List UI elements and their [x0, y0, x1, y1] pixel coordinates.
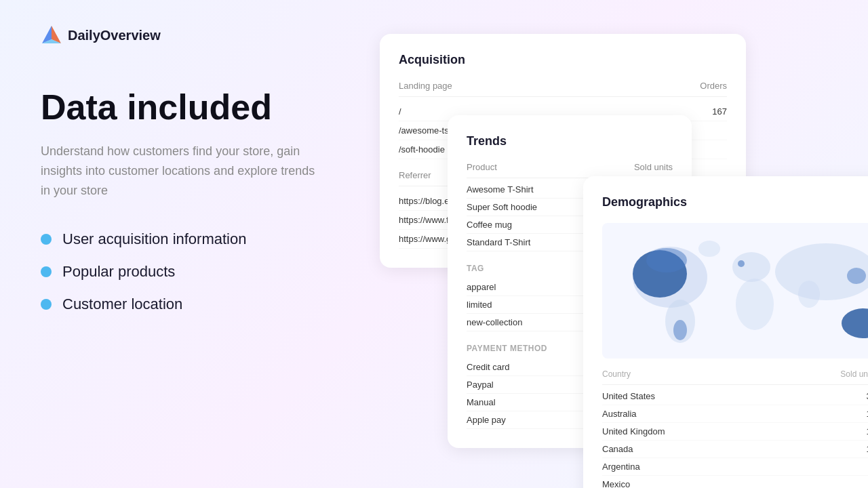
demo-row-5: Argentina 9 [602, 458, 868, 476]
product-header: Product [467, 162, 497, 172]
feature-dot-1 [41, 234, 52, 245]
country-4: Canada [602, 444, 633, 454]
demographics-card: Demographics [583, 176, 868, 488]
main-title: Data included [41, 88, 366, 127]
trends-title: Trends [467, 134, 673, 148]
landing-page-3: /soft-hoodie [399, 144, 445, 155]
country-5: Argentina [602, 462, 640, 472]
landing-page-1: / [399, 106, 401, 117]
demo-row-1: United States 37 [602, 388, 868, 405]
demo-row-4: Canada 10 [602, 441, 868, 458]
country-3: United Kingdom [602, 426, 665, 436]
svg-point-10 [698, 241, 720, 257]
demo-sold-header: Sold units [840, 369, 868, 379]
svg-point-13 [738, 260, 745, 267]
svg-point-14 [646, 248, 687, 272]
subtitle: Understand how customers find your store… [41, 142, 326, 200]
country-6: Mexico [602, 479, 630, 488]
cards-area: Acquisition Landing page Orders / 167 /a… [380, 20, 868, 488]
demographics-title: Demographics [602, 195, 868, 209]
orders-val-1: 167 [712, 106, 727, 117]
svg-point-7 [736, 279, 774, 330]
world-map [602, 223, 868, 359]
feature-item-2: Popular products [41, 263, 366, 281]
country-2: Australia [602, 409, 637, 419]
feature-dot-2 [41, 266, 52, 277]
feature-item-3: Customer location [41, 296, 366, 313]
feature-list: User acquisition information Popular pro… [41, 230, 366, 313]
country-1: United States [602, 391, 655, 401]
logo-text: DailyOverview [68, 28, 161, 43]
sold-units-header: Sold units [634, 162, 673, 172]
left-content: Data included Understand how customers f… [41, 88, 366, 313]
svg-point-11 [847, 268, 866, 284]
map-svg [602, 223, 868, 359]
demo-row-6: Mexico 8 [602, 476, 868, 488]
feature-label-3: Customer location [62, 296, 182, 313]
feature-item-1: User acquisition information [41, 230, 366, 248]
svg-point-9 [842, 308, 868, 338]
logo-area: DailyOverview [41, 24, 161, 46]
feature-label-2: Popular products [62, 263, 175, 281]
demo-row-2: Australia 16 [602, 405, 868, 423]
logo-icon [41, 24, 62, 46]
acquisition-table-header: Landing page Orders [399, 81, 727, 97]
demo-row-3: United Kingdom 12 [602, 423, 868, 441]
country-header: Country [602, 369, 631, 379]
svg-point-6 [732, 252, 770, 282]
landing-page-header: Landing page [399, 81, 452, 91]
referrer-label: Referrer [399, 170, 431, 180]
feature-label-1: User acquisition information [62, 230, 246, 248]
demo-table-header: Country Sold units [602, 369, 868, 385]
svg-point-15 [673, 320, 687, 340]
orders-header: Orders [700, 81, 727, 91]
svg-point-12 [798, 281, 820, 308]
feature-dot-3 [41, 299, 52, 310]
acquisition-title: Acquisition [399, 53, 727, 67]
